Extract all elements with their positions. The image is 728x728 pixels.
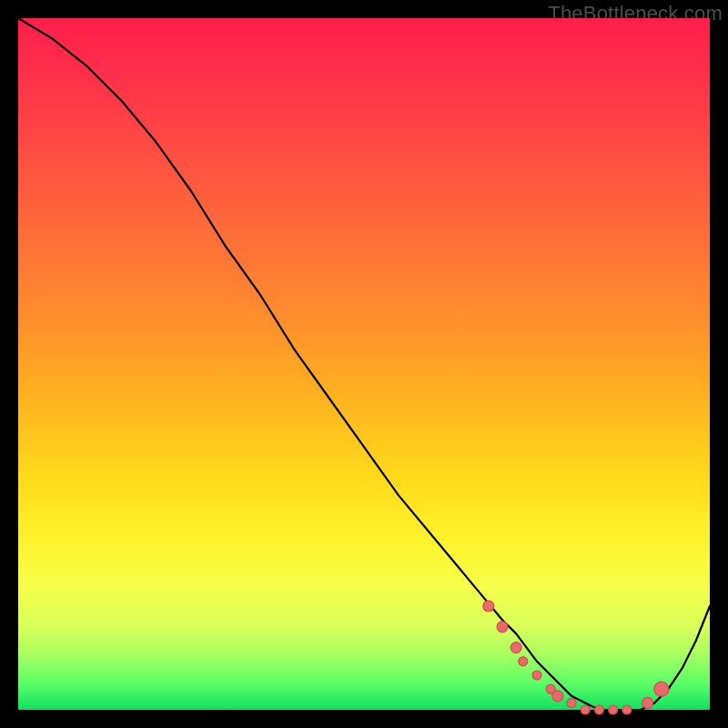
marker-point: [642, 697, 653, 708]
marker-point: [519, 657, 528, 666]
marker-point: [532, 671, 541, 680]
chart-frame: TheBottleneck.com: [0, 0, 728, 728]
marker-point: [511, 642, 521, 653]
marker-point: [581, 705, 590, 714]
marker-point: [594, 705, 603, 714]
marker-point: [567, 698, 576, 707]
marker-point: [622, 705, 632, 714]
marker-point: [552, 691, 563, 702]
bottleneck-curve: [18, 18, 710, 710]
marker-point: [483, 601, 494, 612]
plot-area: [18, 18, 710, 710]
marker-point: [497, 622, 508, 632]
marker-point: [654, 682, 669, 696]
marker-point: [609, 705, 618, 714]
chart-svg: [18, 18, 710, 710]
